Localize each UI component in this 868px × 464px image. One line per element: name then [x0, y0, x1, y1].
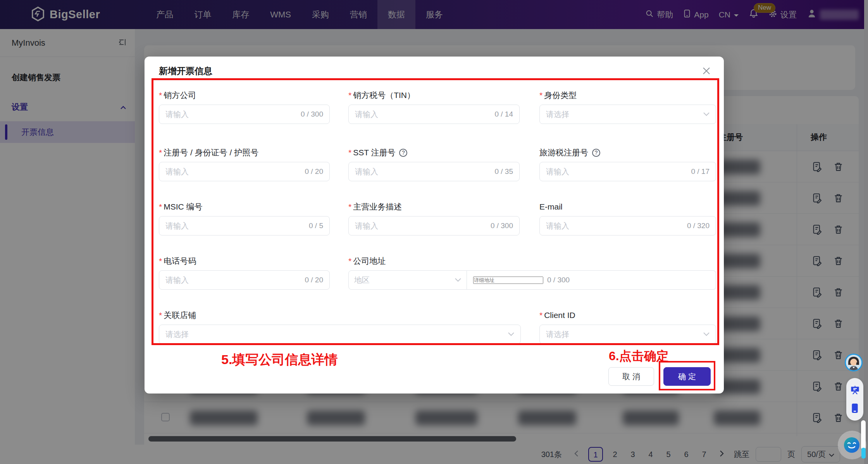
widget-scrollbar-thumb-active[interactable] — [861, 448, 866, 459]
field-client-id: *Client ID 请选择 — [539, 310, 716, 344]
field-label: 公司地址 — [353, 256, 386, 266]
address-region-select[interactable]: 地区 — [348, 270, 467, 290]
field-tin: *销方税号（TIN） 0 / 14 — [348, 90, 520, 124]
required-mark: * — [159, 311, 162, 320]
char-counter: 0 / 35 — [494, 167, 513, 176]
field-msic-code: *MSIC 编号 0 / 5 — [159, 201, 330, 235]
field-seller-company: *销方公司 0 / 300 — [159, 90, 330, 124]
chevron-down-icon — [703, 331, 710, 338]
select-placeholder: 请选择 — [165, 329, 508, 340]
required-mark: * — [348, 202, 351, 211]
char-counter: 0 / 14 — [494, 110, 513, 119]
char-counter: 0 / 300 — [547, 276, 570, 284]
required-mark: * — [159, 202, 162, 211]
sst-no-input[interactable] — [355, 167, 491, 176]
chevron-down-icon — [508, 331, 514, 338]
field-linked-shop: *关联店铺 请选择 — [159, 310, 521, 344]
reg-no-input[interactable] — [165, 167, 301, 176]
annotation-step5: 5.填写公司信息详情 — [221, 351, 338, 369]
floating-toolbar — [846, 378, 863, 421]
tourism-tax-input[interactable] — [546, 167, 687, 176]
linked-shop-select[interactable]: 请选择 — [159, 325, 521, 344]
field-label: SST 注册号 — [353, 147, 395, 158]
seller-company-input[interactable] — [165, 110, 297, 119]
field-id-type: *身份类型 请选择 — [539, 90, 716, 124]
widget-scrollbar-thumb[interactable] — [861, 420, 866, 450]
required-mark: * — [159, 148, 162, 157]
field-label: 身份类型 — [544, 90, 577, 101]
field-label: 销方税号（TIN） — [353, 90, 415, 101]
char-counter: 0 / 300 — [491, 222, 513, 230]
char-counter: 0 / 20 — [305, 167, 323, 176]
annotation-step6: 6.点击确定 — [609, 348, 669, 365]
cancel-button[interactable]: 取消 — [608, 367, 654, 386]
field-label: E-mail — [539, 202, 563, 211]
field-sst-no: *SST 注册号? 0 / 35 — [348, 147, 520, 181]
help-icon[interactable]: ? — [592, 149, 600, 157]
chevron-down-icon — [455, 277, 461, 284]
field-label: 旅游税注册号 — [539, 147, 588, 158]
customer-service-avatar[interactable] — [845, 354, 863, 371]
select-placeholder: 请选择 — [546, 109, 703, 120]
business-desc-input[interactable] — [355, 222, 487, 230]
field-reg-no: *注册号 / 身份证号 / 护照号 0 / 20 — [159, 147, 330, 181]
char-counter: 0 / 320 — [687, 222, 710, 230]
required-mark: * — [159, 91, 162, 100]
presentation-board-icon[interactable] — [849, 385, 861, 396]
field-phone: *电话号码 0 / 20 — [159, 256, 330, 290]
field-label: 注册号 / 身份证号 / 护照号 — [164, 147, 258, 158]
msic-code-input[interactable] — [165, 222, 305, 230]
chevron-down-icon — [703, 111, 710, 118]
field-label: 主营业务描述 — [353, 201, 402, 212]
select-placeholder: 地区 — [354, 275, 455, 285]
mobile-phone-icon[interactable] — [849, 402, 861, 414]
required-mark: * — [539, 311, 542, 320]
chat-smiley-button[interactable] — [844, 437, 860, 453]
tin-input[interactable] — [355, 110, 491, 119]
phone-input[interactable] — [165, 276, 301, 285]
select-placeholder: 请选择 — [546, 329, 703, 340]
field-label: MSIC 编号 — [164, 201, 202, 212]
help-icon[interactable]: ? — [399, 149, 407, 157]
field-label: 关联店铺 — [164, 310, 196, 321]
char-counter: 0 / 20 — [305, 276, 323, 284]
required-mark: * — [539, 91, 542, 100]
field-business-desc: *主营业务描述 0 / 300 — [348, 201, 520, 235]
char-counter: 0 / 5 — [309, 222, 323, 230]
client-id-select[interactable]: 请选择 — [539, 325, 716, 344]
field-label: 电话号码 — [164, 256, 196, 266]
char-counter: 0 / 17 — [691, 167, 710, 176]
confirm-button[interactable]: 确定 — [663, 367, 711, 386]
id-type-select[interactable]: 请选择 — [539, 105, 716, 124]
required-mark: * — [159, 256, 162, 266]
bigseller-app: BigSeller 产品 订单 库存 WMS 采购 营销 数据 服务 帮助 — [0, 0, 868, 464]
email-input[interactable] — [546, 222, 683, 230]
field-company-address: *公司地址 地区 0 / 300 — [348, 256, 716, 290]
field-label: 销方公司 — [164, 90, 196, 101]
required-mark: * — [348, 256, 351, 266]
close-icon[interactable] — [702, 67, 711, 77]
modal-title: 新增开票信息 — [159, 65, 212, 77]
field-tourism-tax-no: 旅游税注册号? 0 / 17 — [539, 147, 716, 181]
char-counter: 0 / 300 — [301, 110, 323, 119]
required-mark: * — [348, 91, 351, 100]
add-invoice-info-modal: 新增开票信息 *销方公司 0 / 300 *销方税号（TIN） 0 / 14 *… — [145, 57, 724, 394]
address-detail-input[interactable] — [473, 277, 543, 284]
field-label: Client ID — [544, 311, 575, 320]
field-email: E-mail 0 / 320 — [539, 201, 716, 235]
required-mark: * — [348, 148, 351, 157]
